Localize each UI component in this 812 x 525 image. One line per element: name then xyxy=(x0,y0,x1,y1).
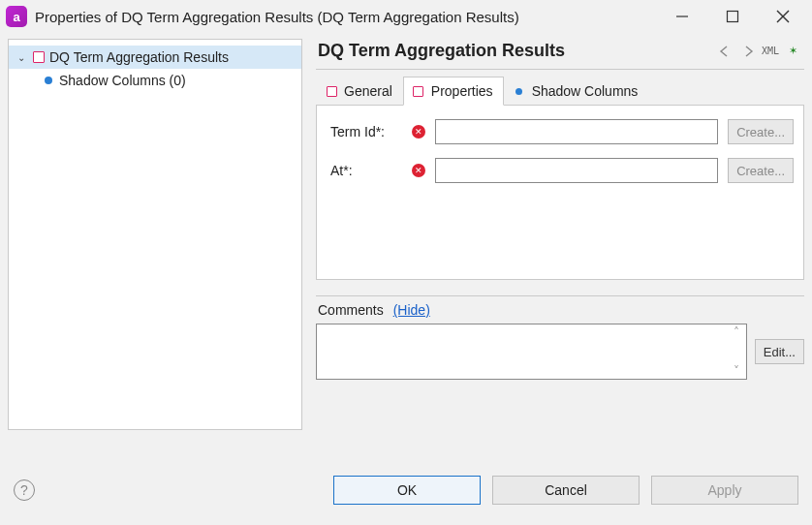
app-icon-letter: a xyxy=(13,10,19,24)
arrow-left-icon xyxy=(718,46,732,57)
tree-item-label: DQ Term Aggregation Results xyxy=(49,49,229,65)
dialog-footer: ? OK Cancel Apply xyxy=(0,455,812,525)
tree-item-root[interactable]: ⌄ DQ Term Aggregation Results xyxy=(9,46,301,69)
chevron-down-icon: ˅ xyxy=(729,365,744,377)
tab-label: Shadow Columns xyxy=(532,83,639,99)
comments-textarea[interactable]: ˄ ˅ xyxy=(316,324,747,380)
nav-forward-button[interactable] xyxy=(738,42,758,61)
window-title: Properties of DQ Term Aggregation Result… xyxy=(35,9,519,25)
tab-label: Properties xyxy=(431,83,493,99)
tabs: General Properties Shadow Columns xyxy=(316,76,804,106)
comments-edit-button[interactable]: Edit... xyxy=(755,339,804,364)
tab-properties[interactable]: Properties xyxy=(403,77,504,106)
tab-body-properties: Term Id*: Create... At*: Create... xyxy=(316,106,804,280)
nav-back-button[interactable] xyxy=(715,42,734,61)
term-id-input[interactable] xyxy=(435,119,718,144)
tab-label: General xyxy=(344,83,392,99)
field-row-at: At*: Create... xyxy=(330,158,794,183)
titlebar: a Properties of DQ Term Aggregation Resu… xyxy=(0,0,812,33)
chevron-down-icon[interactable]: ⌄ xyxy=(15,52,28,63)
tab-shadow-columns[interactable]: Shadow Columns xyxy=(504,77,649,106)
comments-section: Comments (Hide) ˄ ˅ Edit... xyxy=(316,295,804,380)
divider xyxy=(316,295,804,296)
maximize-button[interactable] xyxy=(707,0,758,33)
comments-label: Comments xyxy=(318,302,384,318)
error-icon xyxy=(412,125,425,139)
arrow-right-icon xyxy=(741,46,755,57)
error-icon xyxy=(412,164,425,177)
maximize-icon xyxy=(726,10,739,23)
step-icon xyxy=(412,84,425,98)
field-row-term-id: Term Id*: Create... xyxy=(330,119,794,144)
tree-item-shadow-columns[interactable]: Shadow Columns (0) xyxy=(9,69,301,92)
tab-general[interactable]: General xyxy=(316,77,403,106)
dot-icon xyxy=(42,74,55,87)
step-icon xyxy=(32,50,46,64)
at-create-button[interactable]: Create... xyxy=(728,158,794,183)
help-button[interactable]: ? xyxy=(14,479,35,501)
minimize-button[interactable] xyxy=(657,0,707,33)
app-icon: a xyxy=(6,6,27,27)
ok-button[interactable]: OK xyxy=(333,476,481,505)
tree-panel: ⌄ DQ Term Aggregation Results Shadow Col… xyxy=(8,39,302,430)
svg-rect-1 xyxy=(728,12,738,22)
comments-hide-link[interactable]: (Hide) xyxy=(393,302,430,318)
term-id-create-button[interactable]: Create... xyxy=(728,119,794,144)
divider xyxy=(316,69,804,70)
apply-button[interactable]: Apply xyxy=(651,476,798,505)
field-label: At*: xyxy=(330,163,402,178)
chevron-up-icon: ˄ xyxy=(729,326,744,338)
close-button[interactable] xyxy=(758,0,808,33)
tree-item-label: Shadow Columns (0) xyxy=(59,73,186,88)
dot-icon xyxy=(513,84,526,98)
field-label: Term Id*: xyxy=(330,124,402,139)
page-title: DQ Term Aggregation Results xyxy=(318,41,565,61)
at-input[interactable] xyxy=(435,158,718,183)
step-icon xyxy=(325,84,338,98)
close-icon xyxy=(776,10,790,23)
comments-scrollbar[interactable]: ˄ ˅ xyxy=(729,326,744,377)
cancel-button[interactable]: Cancel xyxy=(492,476,640,505)
properties-panel: DQ Term Aggregation Results XML ✶ Genera… xyxy=(316,39,804,430)
minimize-icon xyxy=(675,10,689,23)
xml-button[interactable]: XML xyxy=(762,42,779,61)
refresh-button[interactable]: ✶ xyxy=(783,42,802,61)
